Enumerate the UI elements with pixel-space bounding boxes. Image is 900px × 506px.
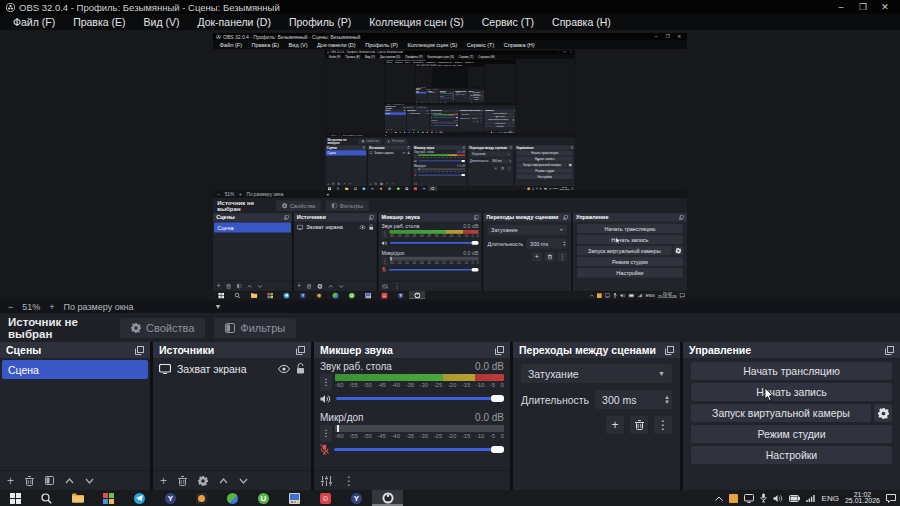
- tray-mic-icon[interactable]: [760, 493, 767, 503]
- telegram-icon[interactable]: [124, 490, 155, 506]
- spin-down-icon[interactable]: ▼: [664, 400, 670, 405]
- search-button[interactable]: [31, 490, 62, 506]
- start-button[interactable]: [0, 490, 31, 506]
- menu-file[interactable]: Файл (F): [4, 16, 64, 28]
- store-app-icon[interactable]: [93, 490, 124, 506]
- yandex-browser-icon[interactable]: Y: [155, 490, 186, 506]
- scene-name: Сцена: [8, 364, 39, 376]
- red-app-icon[interactable]: ☺: [310, 490, 341, 506]
- volume-slider-handle[interactable]: [491, 395, 504, 402]
- studio-mode-button[interactable]: Режим студии: [691, 425, 892, 443]
- channel-menu-button[interactable]: ⋮: [320, 425, 332, 442]
- visibility-eye-icon[interactable]: [278, 365, 290, 373]
- menu-bar: Файл (F) Правка (E) Вид (V) Док-панели (…: [0, 14, 900, 30]
- zoom-out-button[interactable]: −: [8, 302, 13, 312]
- tray-display-icon[interactable]: [744, 494, 754, 503]
- language-indicator[interactable]: ENG: [822, 494, 839, 503]
- mic-slider-handle[interactable]: [491, 446, 504, 453]
- preview-area[interactable]: OBS 32.0.4 - Профиль: Безымянный - Сцены…: [0, 30, 900, 300]
- minimize-button[interactable]: –: [830, 0, 852, 14]
- menu-docks[interactable]: Док-панели (D): [188, 16, 279, 28]
- mic-muted-icon[interactable]: [320, 444, 329, 455]
- properties-button[interactable]: Свойства: [120, 318, 205, 338]
- move-source-up-button[interactable]: [219, 478, 228, 484]
- fit-mode-caret-icon[interactable]: ▼: [215, 303, 222, 310]
- add-scene-button[interactable]: +: [7, 475, 14, 487]
- transition-dropdown[interactable]: Затухание ▼: [521, 364, 672, 383]
- duration-spinner[interactable]: 300 ms ▲▼: [595, 390, 672, 409]
- notification-center-icon[interactable]: [886, 494, 896, 503]
- scene-filters-button[interactable]: [45, 476, 54, 485]
- menu-view[interactable]: Вид (V): [135, 16, 189, 28]
- taskbar-clock[interactable]: 21:02 25.01.2026: [845, 492, 880, 505]
- move-scene-up-button[interactable]: [65, 478, 74, 484]
- virtual-camera-settings-button[interactable]: [874, 404, 892, 422]
- obs-logo-icon: [6, 3, 15, 12]
- tray-battery-icon[interactable]: [789, 495, 800, 502]
- start-virtual-camera-button[interactable]: Запуск виртуальной камеры: [691, 404, 871, 422]
- add-transition-button[interactable]: +: [606, 416, 624, 434]
- captured-screen-mirror: OBS 32.0.4 - Профиль: Безымянный - Сцены…: [325, 50, 575, 190]
- filters-button[interactable]: Фильтры: [214, 318, 296, 338]
- bluestacks-icon[interactable]: [217, 490, 248, 506]
- remove-source-button[interactable]: [178, 476, 187, 486]
- fit-mode-dropdown[interactable]: По размеру окна: [64, 302, 134, 312]
- popout-icon[interactable]: [296, 346, 305, 355]
- menu-tools[interactable]: Сервис (T): [473, 16, 543, 28]
- menu-help[interactable]: Справка (H): [543, 16, 620, 28]
- tray-speaker-icon[interactable]: [773, 494, 783, 503]
- move-source-down-button[interactable]: [239, 478, 248, 484]
- advanced-audio-button[interactable]: [321, 476, 332, 486]
- properties-label: Свойства: [146, 322, 194, 334]
- speaker-icon[interactable]: [320, 394, 331, 404]
- file-explorer-icon[interactable]: [62, 490, 93, 506]
- popout-icon[interactable]: [495, 346, 504, 355]
- channel-name: Микр/доп: [320, 412, 363, 423]
- popout-icon[interactable]: [885, 346, 894, 355]
- capture-screen: OBS 32.0.4 - Профиль: Безымянный - Сцены…: [213, 33, 687, 299]
- scene-list-item[interactable]: Сцена: [2, 360, 148, 379]
- channel-menu-button[interactable]: ⋮: [320, 374, 332, 391]
- add-source-button[interactable]: +: [160, 475, 167, 487]
- volume-slider[interactable]: [336, 395, 504, 402]
- settings-button[interactable]: Настройки: [691, 446, 892, 464]
- media-app-icon[interactable]: [279, 490, 310, 506]
- amber-app-icon[interactable]: [186, 490, 217, 506]
- close-button[interactable]: ✕: [874, 0, 896, 14]
- yandex-app-icon[interactable]: Y: [341, 490, 372, 506]
- transition-value: Затухание: [528, 368, 579, 380]
- start-recording-button[interactable]: Начать запись: [691, 383, 892, 401]
- menu-profile[interactable]: Профиль (P): [280, 16, 360, 28]
- display-capture-icon: [159, 364, 171, 374]
- captured-screen-mirror: OBS 32.0.4 - Профиль: Безымянный - Сцены…: [213, 33, 687, 299]
- popout-icon[interactable]: [135, 346, 144, 355]
- transitions-panel-title: Переходы между сценами: [519, 344, 665, 356]
- mixer-menu-button[interactable]: ⋮: [343, 475, 355, 487]
- mixer-channel-desktop: Звук раб. стола 0.0 dB ⋮ -60-55-50-45-40…: [314, 358, 510, 405]
- volume-meter: [335, 425, 504, 432]
- sources-panel: Источники Захват экрана +: [153, 342, 311, 490]
- mouse-cursor: [764, 388, 774, 402]
- transition-menu-button[interactable]: ⋮: [654, 416, 672, 434]
- remove-transition-button[interactable]: [630, 416, 648, 434]
- source-name: Захват экрана: [177, 363, 272, 375]
- remove-scene-button[interactable]: [25, 476, 34, 486]
- obs-taskbar-icon[interactable]: [372, 490, 403, 506]
- source-status-label: Источник не выбран: [8, 316, 120, 340]
- move-scene-down-button[interactable]: [85, 478, 94, 484]
- tray-chevron-icon[interactable]: [715, 496, 723, 501]
- mic-volume-slider[interactable]: [334, 446, 504, 453]
- source-list-item[interactable]: Захват экрана: [153, 358, 311, 379]
- zoom-in-button[interactable]: +: [49, 302, 54, 312]
- tray-app-icon[interactable]: [729, 494, 738, 503]
- tray-network-icon[interactable]: [806, 494, 816, 502]
- lock-icon[interactable]: [296, 363, 305, 374]
- source-properties-button[interactable]: [198, 476, 208, 486]
- start-streaming-button[interactable]: Начать трансляцию: [691, 362, 892, 380]
- popout-icon[interactable]: [665, 346, 674, 355]
- utorrent-icon[interactable]: U: [248, 490, 279, 506]
- menu-edit[interactable]: Правка (E): [64, 16, 134, 28]
- maximize-button[interactable]: ❐: [852, 0, 874, 14]
- window-title: OBS 32.0.4 - Профиль: Безымянный - Сцены…: [19, 2, 280, 13]
- menu-scene-collection[interactable]: Коллекция сцен (S): [360, 16, 473, 28]
